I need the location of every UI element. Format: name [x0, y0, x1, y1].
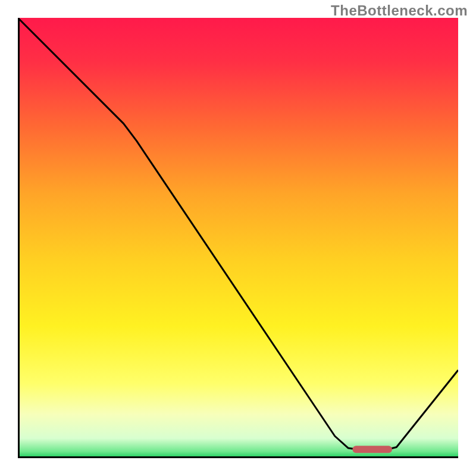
optimal-range-marker	[352, 446, 392, 453]
watermark-text: TheBottleneck.com	[331, 2, 468, 19]
plot-area	[18, 18, 458, 458]
chart-svg	[18, 18, 458, 458]
bottleneck-chart: TheBottleneck.com	[0, 0, 476, 476]
